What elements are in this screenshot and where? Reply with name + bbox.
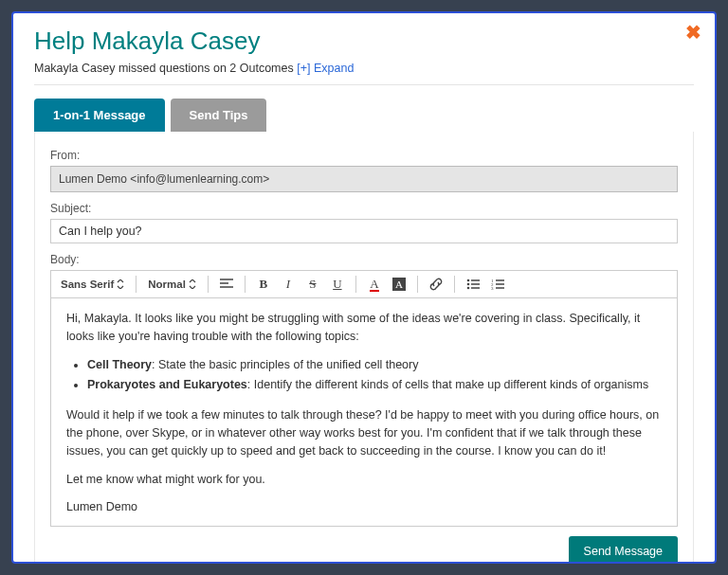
strikethrough-button[interactable]: S bbox=[302, 275, 323, 294]
svg-point-1 bbox=[467, 283, 470, 286]
divider bbox=[208, 276, 209, 293]
body-para2: Would it help if we took a few minutes t… bbox=[66, 406, 662, 461]
editor-toolbar: Sans Serif Normal B I S U A bbox=[51, 271, 677, 298]
subtitle-text: Makayla Casey missed questions on 2 Outc… bbox=[34, 62, 297, 75]
italic-button[interactable]: I bbox=[278, 275, 299, 294]
divider bbox=[355, 276, 356, 293]
divider bbox=[454, 276, 455, 293]
bold-button[interactable]: B bbox=[253, 275, 274, 294]
font-family-select[interactable]: Sans Serif bbox=[57, 279, 128, 290]
help-student-modal: ✖ Help Makayla Casey Makayla Casey misse… bbox=[11, 11, 717, 564]
font-size-value: Normal bbox=[148, 279, 186, 290]
expand-link[interactable]: [+] Expand bbox=[297, 62, 354, 75]
tab-1on1-message[interactable]: 1-on-1 Message bbox=[34, 99, 165, 132]
align-button[interactable] bbox=[216, 275, 237, 294]
updown-icon bbox=[117, 279, 124, 289]
message-body-editor[interactable]: Hi, Makayla. It looks like you might be … bbox=[51, 298, 677, 526]
font-size-select[interactable]: Normal bbox=[144, 279, 200, 290]
list-item: Prokaryotes and Eukaryotes: Identify the… bbox=[87, 376, 662, 394]
topic-name: Prokaryotes and Eukaryotes bbox=[87, 378, 247, 391]
bullet-list-icon bbox=[466, 279, 480, 290]
rich-text-editor: Sans Serif Normal B I S U A bbox=[50, 270, 678, 527]
svg-point-2 bbox=[467, 287, 470, 290]
topic-name: Cell Theory bbox=[87, 358, 152, 371]
svg-point-0 bbox=[467, 279, 470, 282]
font-family-value: Sans Serif bbox=[61, 279, 114, 290]
list-item: Cell Theory: State the basic principles … bbox=[87, 356, 662, 374]
bullet-list-button[interactable] bbox=[463, 275, 483, 294]
align-icon bbox=[220, 279, 233, 290]
divider bbox=[417, 276, 418, 293]
subject-input[interactable] bbox=[50, 219, 678, 243]
modal-title: Help Makayla Casey bbox=[34, 27, 694, 56]
body-closing: Let me know what might work for you. bbox=[66, 471, 662, 489]
send-row: Send Message bbox=[50, 536, 678, 564]
subject-label: Subject: bbox=[50, 202, 678, 215]
link-button[interactable] bbox=[426, 275, 446, 294]
close-icon[interactable]: ✖ bbox=[685, 23, 701, 42]
underline-button[interactable]: U bbox=[327, 275, 348, 294]
numbered-list-button[interactable]: 123 bbox=[487, 275, 508, 294]
numbered-list-icon: 123 bbox=[491, 279, 504, 290]
divider bbox=[136, 276, 136, 293]
body-signature: Lumen Demo bbox=[66, 498, 662, 516]
topic-desc: : State the basic principles of the unif… bbox=[152, 358, 418, 371]
background-color-button[interactable]: A bbox=[389, 275, 410, 294]
svg-text:3: 3 bbox=[491, 286, 494, 290]
modal-subtitle: Makayla Casey missed questions on 2 Outc… bbox=[34, 62, 694, 75]
topic-desc: : Identify the different kinds of cells … bbox=[247, 378, 648, 391]
updown-icon bbox=[189, 279, 196, 289]
from-label: From: bbox=[50, 149, 678, 162]
body-label: Body: bbox=[50, 253, 678, 266]
link-icon bbox=[429, 278, 443, 291]
tabs: 1-on-1 Message Send Tips bbox=[34, 99, 694, 132]
message-panel: From: Lumen Demo <info@lumenlearning.com… bbox=[34, 132, 694, 564]
topics-list: Cell Theory: State the basic principles … bbox=[87, 356, 662, 395]
body-intro: Hi, Makayla. It looks like you might be … bbox=[66, 310, 662, 347]
text-color-button[interactable]: A bbox=[364, 275, 385, 294]
send-message-button[interactable]: Send Message bbox=[569, 536, 678, 564]
from-field: Lumen Demo <info@lumenlearning.com> bbox=[50, 166, 678, 192]
divider bbox=[34, 84, 694, 85]
tab-send-tips[interactable]: Send Tips bbox=[171, 99, 267, 132]
divider bbox=[245, 276, 246, 293]
